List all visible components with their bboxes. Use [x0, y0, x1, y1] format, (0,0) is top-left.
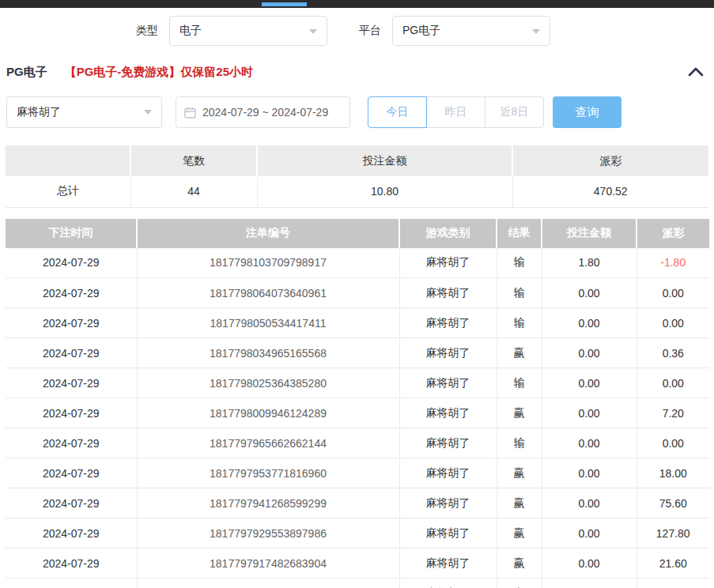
date-range-picker[interactable]: 2024-07-29 ~ 2024-07-29 — [176, 96, 350, 128]
table-row: 2024-07-291817798050534417411麻将胡了输0.000.… — [6, 308, 709, 338]
summary-total-payout: 470.52 — [512, 176, 708, 207]
search-button[interactable]: 查询 — [553, 96, 621, 128]
bet-amount-cell: 0.00 — [542, 488, 637, 518]
result-cell: 赢 — [497, 458, 542, 488]
bet-date-cell: 2024-07-29 — [6, 458, 137, 488]
header-bet-number: 注单编号 — [137, 219, 399, 248]
bet-amount-cell: 0.00 — [542, 548, 637, 579]
header-bet-time: 下注时间 — [6, 219, 137, 248]
bet-amount-cell: 0.00 — [542, 308, 637, 338]
chevron-up-icon[interactable] — [687, 65, 705, 79]
header-bet-amount: 投注金额 — [542, 219, 637, 248]
bet-number-cell: 1817797929553897986 — [137, 518, 399, 548]
bet-amount-cell: 0.00 — [542, 278, 637, 308]
game-type-cell: 麻将胡了 — [399, 488, 497, 518]
game-type-cell: 麻将胡了 — [399, 428, 497, 458]
result-cell: 输 — [497, 248, 542, 278]
summary-header-count: 笔数 — [130, 145, 257, 176]
payout-cell: 0.00 — [637, 368, 709, 398]
bet-amount-cell: 0.00 — [542, 458, 637, 488]
game-type-cell: 麻将胡了 — [399, 458, 497, 488]
table-row: 2024-07-291817798064073640961麻将胡了输0.000.… — [6, 278, 709, 308]
bet-number-cell — [137, 579, 399, 588]
platform-select[interactable]: PG电子 — [392, 16, 550, 46]
bet-amount-cell: 0.00 — [542, 428, 637, 458]
chevron-down-icon — [144, 110, 152, 115]
summary-header-blank — [6, 145, 130, 176]
calendar-icon — [184, 107, 196, 119]
result-cell: 输 — [497, 368, 542, 398]
platform-label: 平台 — [359, 24, 381, 38]
summary-header-payout: 派彩 — [512, 145, 708, 176]
section-notice: 【PG电子-免费游戏】仅保留25小时 — [65, 65, 253, 80]
bets-table: 下注时间 注单编号 游戏类别 结果 投注金额 派彩 2024-07-291817… — [6, 219, 709, 588]
game-type-cell: 麻将胡了 — [399, 398, 497, 428]
bet-number-cell: 1817798025364385280 — [137, 368, 399, 398]
bet-date-cell: 2024-07-29 — [6, 488, 137, 518]
quick-date-button-2[interactable]: 近8日 — [485, 96, 544, 128]
payout-cell: 0.36 — [637, 338, 709, 368]
bet-amount-cell: 0.00 — [542, 518, 637, 548]
result-cell: 赢 — [497, 488, 542, 518]
bet-number-cell: 1817797965662662144 — [137, 428, 399, 458]
payout-cell: 7.20 — [637, 398, 709, 428]
game-type-cell: 麻将胡了 — [399, 579, 497, 588]
bet-date-cell: 2024-07-29 — [6, 518, 137, 548]
type-select[interactable]: 电子 — [169, 16, 327, 46]
bet-date-cell — [6, 579, 137, 588]
section-title: PG电子 — [6, 65, 47, 80]
bet-number-cell: 1817797941268599299 — [137, 488, 399, 518]
summary-total-bet-amount: 10.80 — [257, 176, 512, 207]
table-row: 2024-07-291817797941268599299麻将胡了赢0.0075… — [6, 488, 709, 518]
summary-total-count: 44 — [130, 176, 257, 207]
bet-date-cell: 2024-07-29 — [6, 278, 137, 308]
payout-cell: -1.80 — [637, 248, 709, 278]
result-cell: 赢 — [497, 579, 542, 588]
table-row: 2024-07-291817798034965165568麻将胡了赢0.000.… — [6, 338, 709, 368]
table-row: 2024-07-291817798009946124289麻将胡了赢0.007.… — [6, 398, 709, 428]
quick-date-button-group: 今日昨日近8日 — [368, 96, 544, 128]
result-cell: 赢 — [497, 338, 542, 368]
summary-table: 笔数 投注金额 派彩 总计 44 10.80 470.52 — [6, 145, 708, 208]
active-tab-indicator[interactable] — [262, 2, 307, 6]
payout-cell: 0.00 — [637, 278, 709, 308]
quick-date-button-0[interactable]: 今日 — [368, 96, 427, 128]
summary-header-row: 笔数 投注金额 派彩 — [6, 145, 708, 176]
payout-cell: 0.00 — [637, 308, 709, 338]
table-row: 2024-07-291817798103709798917麻将胡了输1.80-1… — [6, 248, 709, 278]
payout-cell: 0.00 — [637, 428, 709, 458]
result-cell: 输 — [497, 308, 542, 338]
result-cell: 输 — [497, 278, 542, 308]
bet-number-cell: 1817798064073640961 — [137, 278, 399, 308]
result-cell: 赢 — [497, 518, 542, 548]
bet-amount-cell: 0.00 — [542, 368, 637, 398]
bet-date-cell: 2024-07-29 — [6, 338, 137, 368]
type-label: 类型 — [136, 24, 158, 38]
bet-date-cell: 2024-07-29 — [6, 308, 137, 338]
game-type-cell: 麻将胡了 — [399, 308, 497, 338]
bet-number-cell: 1817798103709798917 — [137, 248, 399, 278]
bet-date-cell: 2024-07-29 — [6, 428, 137, 458]
header-result: 结果 — [497, 219, 542, 248]
payout-cell: 75.60 — [637, 488, 709, 518]
bet-number-cell: 1817797917482683904 — [137, 548, 399, 579]
table-row: 2024-07-291817797953771816960麻将胡了赢0.0018… — [6, 458, 709, 488]
bets-header-row: 下注时间 注单编号 游戏类别 结果 投注金额 派彩 — [6, 219, 709, 248]
payout-cell: 21.60 — [637, 548, 709, 579]
bet-date-cell: 2024-07-29 — [6, 398, 137, 428]
header-payout: 派彩 — [637, 219, 709, 248]
chevron-down-icon — [532, 29, 540, 34]
table-row: 2024-07-291817797917482683904麻将胡了赢0.0021… — [6, 548, 709, 579]
game-type-cell: 麻将胡了 — [399, 338, 497, 368]
game-type-cell: 麻将胡了 — [399, 368, 497, 398]
top-nav-bar — [0, 0, 714, 8]
bet-date-cell: 2024-07-29 — [6, 548, 137, 579]
chevron-down-icon — [309, 29, 317, 34]
bet-date-cell: 2024-07-29 — [6, 368, 137, 398]
game-select[interactable]: 麻将胡了 — [6, 96, 162, 128]
quick-date-button-1[interactable]: 昨日 — [426, 96, 485, 128]
payout-cell: 18.00 — [637, 458, 709, 488]
game-type-cell: 麻将胡了 — [399, 278, 497, 308]
bet-amount-cell: 0.00 — [542, 398, 637, 428]
game-type-cell: 麻将胡了 — [399, 248, 497, 278]
